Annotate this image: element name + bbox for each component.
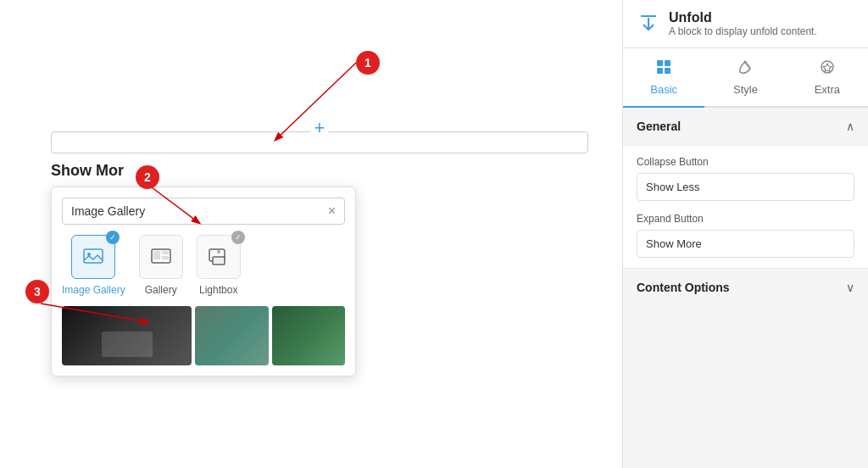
tab-style-label: Style: [733, 83, 758, 96]
image-gallery-label: Image Gallery: [62, 284, 125, 296]
general-section-header[interactable]: General ∧: [623, 108, 868, 145]
svg-rect-16: [657, 68, 663, 74]
lightbox-icon-wrap: ✓: [197, 235, 241, 279]
plus-icon[interactable]: +: [311, 117, 329, 139]
svg-rect-6: [153, 251, 160, 259]
thumb-small: [272, 306, 345, 365]
badge-2: 2: [136, 165, 159, 189]
content-options-chevron-icon: ∨: [846, 281, 854, 294]
panel-header-text: Unfold A block to display unfold content…: [669, 10, 817, 37]
svg-rect-14: [657, 60, 663, 66]
basic-tab-icon: [655, 58, 672, 80]
block-options: ✓ Image Gallery Gallery: [62, 235, 345, 296]
expand-button-input[interactable]: [637, 230, 854, 258]
unfold-icon: [637, 12, 660, 36]
unfold-title: Unfold: [669, 10, 817, 25]
show-more-box: +: [51, 131, 588, 153]
tab-basic[interactable]: Basic: [623, 48, 704, 108]
collapse-button-label: Collapse Button: [637, 156, 854, 168]
svg-rect-8: [162, 256, 169, 259]
tab-style[interactable]: Style: [704, 48, 786, 108]
general-section-title: General: [637, 120, 681, 133]
inactive-check-badge: ✓: [231, 231, 245, 244]
image-gallery-icon: [81, 245, 105, 269]
svg-rect-17: [665, 68, 670, 74]
show-more-label: Show Mor: [51, 153, 588, 183]
tab-extra[interactable]: Extra: [787, 48, 868, 108]
tab-basic-label: Basic: [650, 83, 677, 96]
lightbox-label: Lightbox: [199, 284, 237, 296]
block-item-gallery[interactable]: Gallery: [139, 235, 183, 296]
search-bar: ×: [62, 198, 345, 225]
svg-rect-7: [162, 251, 169, 254]
unfold-description: A block to display unfold content.: [669, 25, 817, 37]
svg-rect-15: [665, 60, 670, 66]
gallery-icon: [149, 245, 173, 269]
lightbox-icon: [207, 245, 231, 269]
gallery-label: Gallery: [145, 284, 177, 296]
thumb-large: [62, 306, 192, 365]
panel-body: General ∧ Collapse Button Expand Button …: [623, 108, 868, 468]
right-panel: Unfold A block to display unfold content…: [622, 0, 868, 468]
active-check-badge: ✓: [106, 231, 120, 244]
collapse-button-input[interactable]: [637, 173, 854, 201]
content-options-title: Content Options: [637, 281, 730, 294]
thumbnails-row: [62, 306, 345, 365]
panel-header: Unfold A block to display unfold content…: [623, 0, 868, 48]
svg-rect-10: [213, 257, 225, 265]
content-options-section-header[interactable]: Content Options ∨: [623, 269, 868, 306]
close-search-button[interactable]: ×: [328, 203, 336, 219]
search-popup: × ✓ Image Gallery: [51, 187, 356, 376]
general-section-content: Collapse Button Expand Button: [623, 145, 868, 269]
image-gallery-icon-wrap: ✓: [71, 235, 115, 279]
block-item-image-gallery[interactable]: ✓ Image Gallery: [62, 235, 125, 296]
left-panel: 1 2 3 + Show Mor ×: [0, 0, 622, 468]
thumb-medium: [195, 306, 268, 365]
panel-tabs: Basic Style Extra: [623, 48, 868, 108]
extra-icon-svg: [819, 58, 836, 75]
gallery-icon-wrap: [139, 235, 183, 279]
content-area: + Show Mor × ✓: [51, 131, 588, 376]
search-input[interactable]: [71, 204, 328, 218]
svg-point-18: [744, 61, 747, 64]
badge-3: 3: [25, 280, 49, 304]
block-item-lightbox[interactable]: ✓ Lightbox: [197, 235, 241, 296]
svg-point-11: [217, 250, 220, 254]
unfold-block-icon: [637, 13, 659, 35]
general-chevron-icon: ∧: [846, 120, 854, 133]
style-tab-icon: [737, 58, 754, 80]
basic-icon-svg: [655, 58, 672, 75]
style-icon-svg: [737, 58, 754, 75]
svg-rect-3: [84, 249, 103, 263]
tab-extra-label: Extra: [815, 83, 840, 96]
badge-1: 1: [356, 51, 380, 75]
extra-tab-icon: [819, 58, 836, 80]
expand-button-label: Expand Button: [637, 213, 854, 225]
